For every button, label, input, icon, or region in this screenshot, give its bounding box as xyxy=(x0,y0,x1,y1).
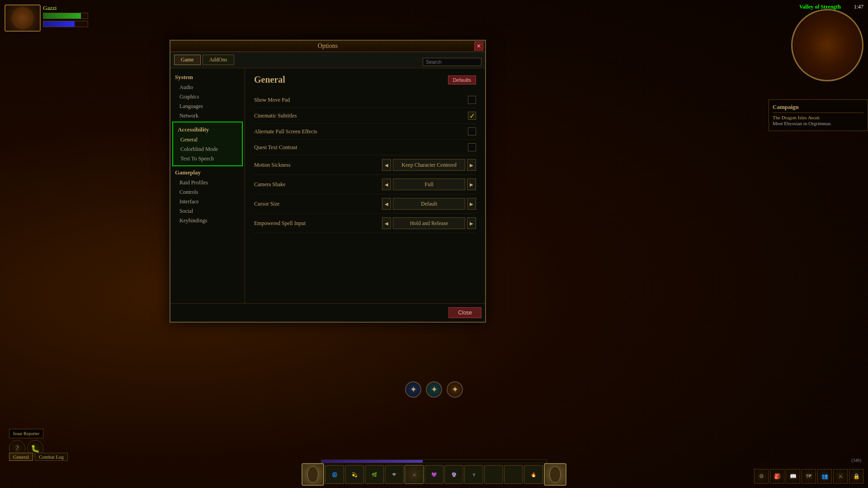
br-icon-6[interactable]: ⚔ xyxy=(833,469,848,483)
checkbox-quest-text-contrast[interactable] xyxy=(468,143,476,151)
setting-control-motion-sickness: ◀ Keep Character Centered ▶ xyxy=(382,159,476,171)
action-slot-10[interactable] xyxy=(504,465,523,484)
action-slot-2[interactable]: 💫 xyxy=(345,465,364,484)
setting-label-cursor-size: Cursor Size xyxy=(254,201,382,207)
sidebar-item-interface[interactable]: Interface xyxy=(170,197,245,206)
tab-general-bottom[interactable]: General xyxy=(9,453,33,461)
section-title: General xyxy=(254,75,285,85)
sidebar-item-graphics[interactable]: Graphics xyxy=(170,92,245,102)
setting-quest-text-contrast: Quest Text Contrast xyxy=(254,140,476,155)
orb-orange[interactable]: ✦ xyxy=(447,381,463,398)
setting-label-show-move-pad: Show Move Pad xyxy=(254,97,468,103)
setting-camera-shake: Camera Shake ◀ Full ▶ xyxy=(254,175,476,194)
bottom-right-icons: ⚙ 🎒 📖 🗺 👥 ⚔ 🔒 xyxy=(754,469,863,483)
sidebar: System Audio Graphics Languages Network … xyxy=(170,68,245,303)
checkmark-icon: ✓ xyxy=(469,112,475,120)
tab-addons[interactable]: AddOns xyxy=(203,55,234,65)
action-slot-3[interactable]: 🌿 xyxy=(365,465,384,484)
dialog-title: Options xyxy=(318,42,338,49)
setting-control-empowered-spell-input: ◀ Hold and Release ▶ xyxy=(382,217,476,229)
portrait-image xyxy=(11,7,34,29)
dialog-titlebar: Options ✕ xyxy=(170,41,485,52)
sidebar-item-text-to-speech[interactable]: Text To Speech xyxy=(173,154,242,164)
br-icon-2[interactable]: 🎒 xyxy=(770,469,784,483)
minimap-time: 1:47 xyxy=(854,4,863,10)
setting-label-motion-sickness: Motion Sickness xyxy=(254,162,382,169)
section-header: General Defaults xyxy=(254,75,476,85)
mana-bar xyxy=(43,21,75,27)
arrow-right-cursor-size[interactable]: ▶ xyxy=(467,198,476,210)
close-button[interactable]: Close xyxy=(448,307,481,318)
setting-label-camera-shake: Camera Shake xyxy=(254,181,382,188)
tab-combat-log[interactable]: Combat Log xyxy=(35,453,68,461)
tab-game[interactable]: Game xyxy=(174,55,201,65)
action-slot-7[interactable]: 🔮 xyxy=(444,465,463,484)
action-slot-4[interactable]: 🌪 xyxy=(385,465,404,484)
issue-reporter-label: Issue Reporter xyxy=(9,429,43,438)
sidebar-item-raid-profiles[interactable]: Raid Profiles xyxy=(170,178,245,188)
sidebar-item-keybindings[interactable]: Keybindings xyxy=(170,216,245,225)
value-camera-shake: Full xyxy=(393,178,465,190)
arrow-left-camera-shake[interactable]: ◀ xyxy=(382,178,391,190)
xp-bar-container xyxy=(321,460,547,463)
br-icon-7[interactable]: 🔒 xyxy=(849,469,863,483)
action-bar: 🌀 💫 🌿 🌪 ⚔ 💜 🔮 🗡 🔥 xyxy=(302,463,566,486)
bottom-left-area: Issue Reporter ? 🐛 xyxy=(9,429,43,456)
sidebar-category-system[interactable]: System xyxy=(170,72,245,83)
setting-motion-sickness: Motion Sickness ◀ Keep Character Centere… xyxy=(254,155,476,175)
sidebar-item-network[interactable]: Network xyxy=(170,111,245,121)
action-slot-5[interactable]: ⚔ xyxy=(405,465,424,484)
setting-cursor-size: Cursor Size ◀ Default ▶ xyxy=(254,194,476,214)
defaults-button[interactable]: Defaults xyxy=(448,75,476,84)
arrow-right-motion-sickness[interactable]: ▶ xyxy=(467,159,476,171)
checkbox-alternate-fullscreen[interactable] xyxy=(468,127,476,136)
action-slot-8[interactable]: 🗡 xyxy=(464,465,483,484)
bottom-tabs: General Combat Log xyxy=(9,453,68,461)
dialog-body: System Audio Graphics Languages Network … xyxy=(170,68,485,303)
campaign-title: Campaign xyxy=(773,103,864,113)
sidebar-item-controls[interactable]: Controls xyxy=(170,188,245,197)
action-slot-6[interactable]: 💜 xyxy=(425,465,443,484)
svg-point-1 xyxy=(550,466,561,483)
br-icon-4[interactable]: 🗺 xyxy=(802,469,816,483)
sidebar-item-languages[interactable]: Languages xyxy=(170,102,245,111)
action-slot-9[interactable] xyxy=(484,465,503,484)
sidebar-item-general[interactable]: General xyxy=(173,135,242,145)
setting-label-cinematic-subtitles: Cinematic Subtitles xyxy=(254,113,468,119)
value-motion-sickness: Keep Character Centered xyxy=(393,159,465,171)
arrow-left-motion-sickness[interactable]: ◀ xyxy=(382,159,391,171)
action-bar-left-decoration xyxy=(306,465,320,483)
arrow-right-camera-shake[interactable]: ▶ xyxy=(467,178,476,190)
search-input[interactable] xyxy=(423,58,481,66)
br-icon-3[interactable]: 📖 xyxy=(786,469,800,483)
minimap-circle[interactable] xyxy=(791,9,863,81)
orb-blue[interactable]: ✦ xyxy=(405,381,421,398)
action-slot-11[interactable]: 🔥 xyxy=(524,465,543,484)
minimap-container: Valley of Strength 1:47 xyxy=(778,0,868,90)
setting-control-camera-shake: ◀ Full ▶ xyxy=(382,178,476,190)
br-icon-1[interactable]: ⚙ xyxy=(754,469,769,483)
sidebar-item-social[interactable]: Social xyxy=(170,206,245,216)
options-dialog: Options ✕ Game AddOns System Audio Graph… xyxy=(170,40,486,323)
arrow-left-empowered-spell-input[interactable]: ◀ xyxy=(382,217,391,229)
arrow-left-cursor-size[interactable]: ◀ xyxy=(382,198,391,210)
arrow-right-empowered-spell-input[interactable]: ▶ xyxy=(467,217,476,229)
action-slot-1[interactable]: 🌀 xyxy=(325,465,344,484)
health-bar xyxy=(43,13,81,19)
health-bar-container xyxy=(43,13,88,19)
dialog-close-x-button[interactable]: ✕ xyxy=(474,42,483,51)
checkbox-show-move-pad[interactable] xyxy=(468,96,476,104)
dialog-tabs: Game AddOns xyxy=(170,52,485,68)
sidebar-category-gameplay[interactable]: Gameplay xyxy=(170,167,245,178)
sidebar-item-audio[interactable]: Audio xyxy=(170,83,245,92)
action-bar-left-end xyxy=(302,463,324,486)
sidebar-category-accessibility[interactable]: Accessibility xyxy=(173,124,242,135)
sidebar-item-colorblind-mode[interactable]: Colorblind Mode xyxy=(173,145,242,154)
orb-teal[interactable]: ✦ xyxy=(426,381,442,398)
checkbox-cinematic-subtitles[interactable]: ✓ xyxy=(468,112,476,120)
setting-control-show-move-pad xyxy=(468,96,476,104)
actionbar-count-label: (346) xyxy=(851,458,861,463)
br-icon-5[interactable]: 👥 xyxy=(817,469,832,483)
mana-bar-container xyxy=(43,21,88,27)
setting-control-cinematic-subtitles: ✓ xyxy=(468,112,476,120)
